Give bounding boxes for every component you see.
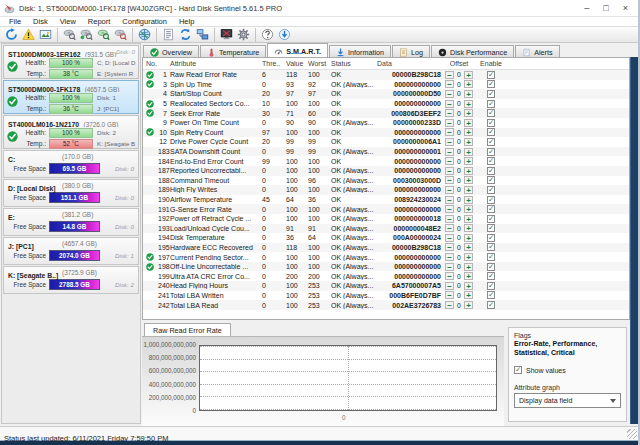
- disk-item[interactable]: ST4000LM016-1N2170 (3726.0 GB) Health: 1…: [3, 115, 139, 149]
- table-row[interactable]: 195 Hardware ECC Recovered 0 118 100 OK …: [143, 243, 629, 253]
- table-row[interactable]: 188 Command Timeout 0 100 96 OK (Always.…: [143, 176, 629, 186]
- enable-checkbox[interactable]: [487, 80, 495, 88]
- offset-increase-button[interactable]: +: [464, 282, 473, 290]
- offset-increase-button[interactable]: +: [464, 263, 473, 271]
- enable-checkbox[interactable]: [487, 109, 495, 117]
- table-row[interactable]: 3 Spin Up Time 0 93 92 OK (Always... 000…: [143, 80, 629, 90]
- offset-increase-button[interactable]: +: [464, 301, 473, 309]
- table-row[interactable]: 1 Raw Read Error Rate 6 118 100 OK 00000…: [143, 70, 629, 80]
- table-row[interactable]: 192 Power off Retract Cycle ... 0 100 10…: [143, 214, 629, 224]
- offset-increase-button[interactable]: +: [464, 128, 473, 136]
- offset-decrease-button[interactable]: −: [445, 71, 454, 79]
- toolbar-button[interactable]: [214, 28, 235, 42]
- tab[interactable]: S.M.A.R.T.: [267, 43, 328, 58]
- enable-checkbox[interactable]: [487, 186, 495, 194]
- toolbar-button[interactable]: [37, 28, 54, 42]
- table-row[interactable]: 183 SATA Downshift Count 0 99 99 OK (Alw…: [143, 147, 629, 157]
- offset-decrease-button[interactable]: −: [445, 301, 454, 309]
- offset-decrease-button[interactable]: −: [445, 215, 454, 223]
- offset-decrease-button[interactable]: −: [445, 234, 454, 242]
- offset-decrease-button[interactable]: −: [445, 119, 454, 127]
- toolbar-button[interactable]: [78, 28, 95, 42]
- offset-decrease-button[interactable]: −: [445, 243, 454, 251]
- enable-checkbox[interactable]: [487, 263, 495, 271]
- offset-increase-button[interactable]: +: [464, 109, 473, 117]
- table-row[interactable]: 197 Current Pending Sector... 0 100 100 …: [143, 252, 629, 262]
- enable-checkbox[interactable]: [487, 272, 495, 280]
- offset-increase-button[interactable]: +: [464, 234, 473, 242]
- toolbar-button[interactable]: [255, 28, 276, 42]
- enable-checkbox[interactable]: [487, 224, 495, 232]
- offset-decrease-button[interactable]: −: [445, 291, 454, 299]
- table-row[interactable]: 190 Airflow Temperature 45 64 36 OK 0089…: [143, 195, 629, 205]
- table-row[interactable]: 242 Total LBA Read 0 100 253 OK (Always.…: [143, 300, 629, 310]
- offset-increase-button[interactable]: +: [464, 186, 473, 194]
- enable-checkbox[interactable]: [487, 301, 495, 309]
- table-row[interactable]: 194 Disk Temperature 0 36 64 OK (Always.…: [143, 233, 629, 243]
- offset-decrease-button[interactable]: −: [445, 253, 454, 261]
- table-row[interactable]: 10 Spin Retry Count 97 100 100 OK 000000…: [143, 128, 629, 138]
- offset-decrease-button[interactable]: −: [445, 263, 454, 271]
- toolbar-button[interactable]: [57, 28, 78, 42]
- toolbar-button[interactable]: [156, 28, 177, 42]
- enable-checkbox[interactable]: [487, 291, 495, 299]
- partition-item[interactable]: D: [Local Disk] (380.0 GB) Free Space 15…: [3, 179, 139, 207]
- offset-increase-button[interactable]: +: [464, 196, 473, 204]
- toolbar-button[interactable]: [95, 28, 112, 42]
- toolbar-button[interactable]: [177, 28, 194, 42]
- table-row[interactable]: 199 Ultra ATA CRC Error Co... 0 200 200 …: [143, 271, 629, 281]
- offset-decrease-button[interactable]: −: [445, 196, 454, 204]
- show-values-checkbox[interactable]: [514, 366, 522, 374]
- minimize-button[interactable]: –: [584, 2, 589, 14]
- partition-item[interactable]: K: [Seagate B..] (3725.9 GB) Free Space …: [3, 266, 139, 294]
- toolbar-button[interactable]: [235, 28, 252, 42]
- offset-increase-button[interactable]: +: [464, 119, 473, 127]
- table-row[interactable]: 9 Power On Time Count 0 90 90 OK (Always…: [143, 118, 629, 128]
- enable-checkbox[interactable]: [487, 167, 495, 175]
- offset-decrease-button[interactable]: −: [445, 138, 454, 146]
- enable-checkbox[interactable]: [487, 243, 495, 251]
- enable-checkbox[interactable]: [487, 205, 495, 213]
- table-row[interactable]: 191 G-Sense Error Rate 0 100 100 OK (Alw…: [143, 204, 629, 214]
- offset-increase-button[interactable]: +: [464, 205, 473, 213]
- partition-item[interactable]: E: (381.2 GB) Free Space 14.8 GB Disk: 0: [3, 208, 139, 236]
- offset-decrease-button[interactable]: −: [445, 128, 454, 136]
- menu-item[interactable]: Report: [82, 17, 117, 27]
- offset-decrease-button[interactable]: −: [445, 224, 454, 232]
- menu-item[interactable]: Help: [173, 17, 200, 27]
- table-row[interactable]: 184 End-to-End Error Count 99 100 100 OK…: [143, 156, 629, 166]
- offset-decrease-button[interactable]: −: [445, 176, 454, 184]
- enable-checkbox[interactable]: [487, 282, 495, 290]
- enable-checkbox[interactable]: [487, 128, 495, 136]
- vertical-scrollbar[interactable]: [630, 57, 638, 424]
- enable-checkbox[interactable]: [487, 90, 495, 98]
- menu-item[interactable]: Configuration: [116, 17, 173, 27]
- disk-item[interactable]: ST5000DM000-1FK178 (4657.5 GB) Health: 1…: [3, 80, 139, 114]
- offset-increase-button[interactable]: +: [464, 224, 473, 232]
- table-row[interactable]: 241 Total LBA Written 0 100 253 OK (Alwa…: [143, 291, 629, 301]
- enable-checkbox[interactable]: [487, 71, 495, 79]
- offset-increase-button[interactable]: +: [464, 243, 473, 251]
- enable-checkbox[interactable]: [487, 119, 495, 127]
- offset-decrease-button[interactable]: −: [445, 80, 454, 88]
- offset-increase-button[interactable]: +: [464, 291, 473, 299]
- partition-item[interactable]: J: [PC1] (4657.4 GB) Free Space 2074.0 G…: [3, 237, 139, 265]
- table-row[interactable]: 187 Reported Uncorrectabl... 0 100 100 O…: [143, 166, 629, 176]
- offset-decrease-button[interactable]: −: [445, 272, 454, 280]
- offset-increase-button[interactable]: +: [464, 90, 473, 98]
- offset-increase-button[interactable]: +: [464, 148, 473, 156]
- table-row[interactable]: 12 Drive Power Cycle Count 20 99 99 OK 0…: [143, 137, 629, 147]
- offset-decrease-button[interactable]: −: [445, 205, 454, 213]
- offset-decrease-button[interactable]: −: [445, 167, 454, 175]
- table-row[interactable]: 193 Load/Unload Cycle Cou... 0 91 91 OK …: [143, 224, 629, 234]
- table-row[interactable]: 5 Reallocated Sectors Co... 10 100 100 O…: [143, 99, 629, 109]
- offset-decrease-button[interactable]: −: [445, 100, 454, 108]
- offset-increase-button[interactable]: +: [464, 215, 473, 223]
- menu-item[interactable]: File: [3, 17, 27, 27]
- enable-checkbox[interactable]: [487, 100, 495, 108]
- graph-tab[interactable]: Raw Read Error Rate: [144, 323, 231, 337]
- toolbar-button[interactable]: [132, 28, 153, 42]
- offset-decrease-button[interactable]: −: [445, 157, 454, 165]
- toolbar-button[interactable]: [3, 28, 20, 42]
- maximize-button[interactable]: □: [603, 2, 608, 14]
